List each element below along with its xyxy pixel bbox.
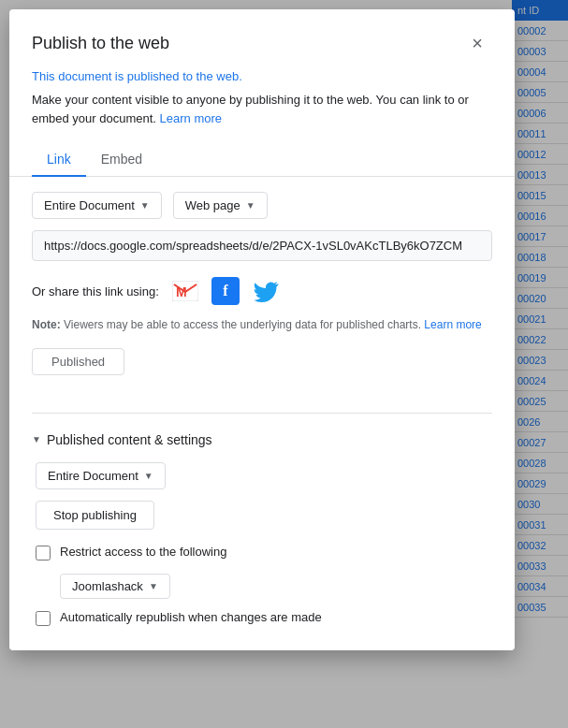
format-label: Web page — [185, 198, 240, 212]
close-button[interactable]: × — [462, 28, 492, 58]
tab-embed[interactable]: Embed — [86, 142, 157, 176]
settings-scope-label: Entire Document — [48, 469, 138, 483]
scope-dropdown-arrow: ▼ — [140, 200, 150, 211]
joomlashack-dropdown[interactable]: Joomlashack ▼ — [60, 574, 170, 599]
tab-content: Entire Document ▼ Web page ▼ https://doc… — [9, 177, 515, 405]
stop-publishing-button[interactable]: Stop publishing — [36, 501, 154, 530]
learn-more-link[interactable]: Learn more — [160, 111, 222, 125]
scope-dropdown[interactable]: Entire Document ▼ — [32, 192, 162, 219]
dropdowns-row: Entire Document ▼ Web page ▼ — [32, 192, 492, 219]
restrict-access-row: Restrict access to the following — [36, 545, 492, 561]
auto-republish-checkbox[interactable] — [36, 611, 51, 626]
svg-text:M: M — [176, 284, 187, 299]
dialog-title: Publish to the web — [32, 34, 169, 53]
published-badge: Published — [32, 348, 124, 375]
scope-label: Entire Document — [44, 198, 135, 212]
joomlashack-label: Joomlashack — [72, 579, 143, 593]
auto-republish-row: Automatically republish when changes are… — [36, 610, 492, 626]
publish-dialog: Publish to the web × This document is pu… — [9, 9, 515, 650]
settings-section: ▼ Published content & settings Entire Do… — [9, 421, 515, 650]
gmail-share-button[interactable]: M — [170, 276, 200, 306]
tab-link[interactable]: Link — [32, 142, 86, 176]
settings-scope-arrow: ▼ — [144, 471, 153, 481]
settings-toggle-label: Published content & settings — [47, 432, 212, 447]
section-divider — [32, 413, 492, 414]
description-text: Make your content visible to anyone by p… — [9, 91, 515, 142]
restrict-access-label: Restrict access to the following — [60, 545, 226, 559]
settings-inner: Entire Document ▼ Stop publishing Restri… — [32, 462, 492, 626]
note-learn-more-link[interactable]: Learn more — [424, 318, 481, 331]
twitter-share-button[interactable] — [251, 276, 281, 306]
published-notice: This document is published to the web. — [9, 69, 515, 91]
joomlashack-arrow: ▼ — [149, 581, 158, 591]
link-input-display[interactable]: https://docs.google.com/spreadsheets/d/e… — [32, 230, 492, 261]
format-dropdown-arrow: ▼ — [246, 200, 255, 211]
dialog-header: Publish to the web × — [9, 9, 515, 69]
restrict-access-checkbox[interactable] — [36, 546, 51, 561]
triangle-icon: ▼ — [32, 434, 41, 444]
settings-scope-dropdown[interactable]: Entire Document ▼ — [36, 462, 166, 489]
share-row: Or share this link using: M f — [32, 276, 492, 306]
auto-republish-label: Automatically republish when changes are… — [60, 610, 322, 624]
facebook-share-button[interactable]: f — [211, 277, 240, 305]
settings-toggle-button[interactable]: ▼ Published content & settings — [32, 432, 212, 447]
tabs-container: Link Embed — [9, 142, 515, 177]
share-label: Or share this link using: — [32, 284, 159, 298]
note-text: Note: Viewers may be able to access the … — [32, 317, 492, 333]
format-dropdown[interactable]: Web page ▼ — [173, 192, 268, 219]
